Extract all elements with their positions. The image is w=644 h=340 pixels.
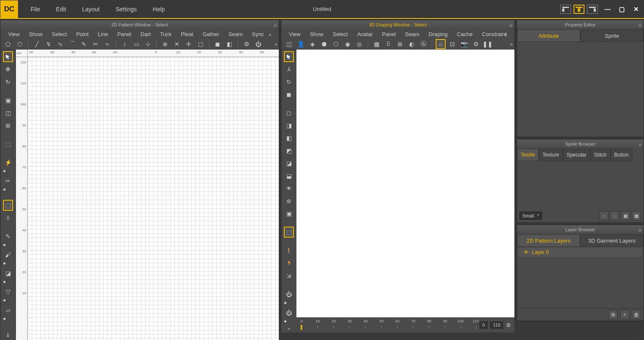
- tab-sprite[interactable]: Sprite: [580, 29, 644, 42]
- sub2d-tuck[interactable]: Tuck: [157, 29, 175, 39]
- v3d-cube-icon[interactable]: ◼: [284, 89, 294, 100]
- tool2d-snap-icon[interactable]: ⊹: [143, 39, 153, 49]
- sub3d-draping[interactable]: Draping: [425, 29, 451, 39]
- sub2d-select[interactable]: Select: [48, 29, 70, 39]
- tab-stitch[interactable]: Stitch: [590, 149, 610, 161]
- vtool-export-icon[interactable]: ⤓: [3, 329, 13, 340]
- sub2d-panel[interactable]: Panel: [114, 29, 135, 39]
- grid-area[interactable]: [28, 57, 279, 340]
- sprite-sort-desc-icon[interactable]: ↓: [610, 211, 619, 220]
- menu-settings[interactable]: Settings: [111, 3, 142, 15]
- resize-grip-icon[interactable]: ⋰: [639, 335, 643, 339]
- vtool-lasso-icon[interactable]: ◊: [3, 212, 13, 223]
- layout-left-button[interactable]: [560, 5, 571, 14]
- sub3d-show[interactable]: Show: [306, 29, 327, 39]
- sub2d-sync[interactable]: Sync: [249, 29, 267, 39]
- timeline[interactable]: 0 10 20 30 40 50 60 70 80 90 100 110 0: [296, 317, 514, 332]
- maximize-button[interactable]: ▢: [617, 5, 626, 14]
- vtool-transform-icon[interactable]: ⊞: [3, 120, 13, 131]
- vtool-eraser-icon[interactable]: ◪: [3, 268, 13, 279]
- sprite-size-select[interactable]: Small: [519, 212, 542, 220]
- v3d-orbit-icon[interactable]: ↻: [284, 76, 294, 87]
- tab-specular[interactable]: Specular: [563, 149, 590, 161]
- sub3d-expand-icon[interactable]: »: [501, 30, 510, 39]
- minimize-button[interactable]: —: [603, 5, 612, 14]
- sprite-grid2-icon[interactable]: ▩: [632, 211, 641, 220]
- tool3d-avatar2-icon[interactable]: ◈: [307, 39, 317, 49]
- tool2d-center-icon[interactable]: ✛: [184, 39, 194, 49]
- close-button[interactable]: ✕: [631, 5, 641, 14]
- sub2d-pleat[interactable]: Pleat: [177, 29, 197, 39]
- tool2d-fill-icon[interactable]: ◼: [213, 39, 223, 49]
- vtool-align-icon[interactable]: ⬚: [3, 139, 13, 149]
- canvas-2d[interactable]: cm 60 40 -40 -60 -60 0 10 20 30 40 50 12…: [16, 50, 279, 340]
- toolbar-3d-expand-icon[interactable]: »: [510, 42, 513, 47]
- tool3d-avatar6-icon[interactable]: ◎: [354, 39, 364, 49]
- v3d-person2-icon[interactable]: 🏃: [284, 258, 294, 269]
- sub2d-expand-icon[interactable]: »: [265, 30, 275, 39]
- tool2d-break-icon[interactable]: ✕: [172, 39, 182, 49]
- v3d-box6-icon[interactable]: ⬓: [284, 170, 294, 181]
- vtool-text-icon[interactable]: ▽: [3, 286, 13, 297]
- tab-attribute[interactable]: Attribute: [517, 29, 580, 42]
- viewport-3d[interactable]: [296, 50, 514, 317]
- menu-file[interactable]: File: [26, 3, 45, 15]
- v3d-box2-icon[interactable]: ◨: [284, 120, 294, 131]
- prop-close-icon[interactable]: ✕: [638, 21, 642, 30]
- tool2d-arc-icon[interactable]: ⌒: [67, 39, 77, 49]
- menu-help[interactable]: Help: [148, 3, 170, 15]
- tab-button[interactable]: Button: [610, 149, 633, 161]
- tool2d-polyline-icon[interactable]: ↯: [44, 39, 54, 49]
- tool2d-smooth-icon[interactable]: ≈: [102, 39, 112, 49]
- vtool-select-icon[interactable]: [3, 51, 13, 62]
- vtool-rotate-icon[interactable]: ↻: [3, 76, 13, 87]
- tool2d-grad-icon[interactable]: ◧: [224, 39, 234, 49]
- sub2d-gather[interactable]: Gather: [199, 29, 223, 39]
- sub3d-panel[interactable]: Panel: [379, 29, 399, 39]
- layer-row[interactable]: 👁 Layer 0: [519, 248, 642, 257]
- tool2d-curve-icon[interactable]: ∿: [55, 39, 65, 49]
- tab-2d-layers[interactable]: 2D Pattern Layers: [517, 234, 580, 247]
- tool2d-measure-icon[interactable]: ⟊: [119, 39, 130, 49]
- tool2d-rect-icon[interactable]: ▢: [195, 39, 205, 49]
- tool2d-gear-icon[interactable]: ⚙: [242, 39, 252, 49]
- layout-right-button[interactable]: [587, 5, 598, 14]
- vtool-special1-icon[interactable]: ⚡: [3, 157, 13, 168]
- layer-close-icon[interactable]: ✕: [638, 226, 642, 235]
- tab-textile[interactable]: Textile: [517, 149, 539, 161]
- v3d-person3-icon[interactable]: ⇲: [284, 270, 294, 281]
- tab-3d-layers[interactable]: 3D Garment Layers: [580, 234, 644, 247]
- sprite-grid1-icon[interactable]: ▦: [621, 211, 630, 220]
- v3d-axis-icon[interactable]: ⅄: [284, 64, 294, 75]
- vtool-special2-icon[interactable]: ✂: [3, 175, 13, 186]
- vtool-marquee-icon[interactable]: ⬚: [3, 200, 13, 211]
- tool3d-view1-icon[interactable]: ◫: [284, 39, 294, 49]
- layer-visibility-icon[interactable]: 👁: [524, 249, 529, 255]
- sub2d-view[interactable]: View: [5, 29, 23, 39]
- tool3d-avatar4-icon[interactable]: ⬡: [331, 39, 341, 49]
- layer-settings-icon[interactable]: ⚙: [608, 310, 618, 319]
- tool3d-snapshot-icon[interactable]: 📷: [459, 39, 469, 49]
- v3d-target-icon[interactable]: ⊚: [284, 196, 294, 207]
- sub3d-cache[interactable]: Cache: [454, 29, 476, 39]
- vtoolbar-3d-expand-icon[interactable]: »: [288, 326, 290, 331]
- timeline-start[interactable]: 0: [480, 322, 488, 329]
- vtool-bounds-icon[interactable]: ▣: [3, 95, 13, 106]
- vtool-brush-icon[interactable]: 🖌: [3, 249, 13, 260]
- v3d-power2-icon[interactable]: ⏻: [284, 307, 294, 318]
- tool3d-auto-icon[interactable]: Ⓐ: [418, 39, 428, 49]
- tool2d-edit-icon[interactable]: ✎: [79, 39, 89, 49]
- tool3d-settings-icon[interactable]: ⚙: [471, 39, 481, 49]
- v3d-person1-icon[interactable]: 🚶: [284, 245, 294, 256]
- sub3d-select[interactable]: Select: [329, 29, 351, 39]
- sprite-close-icon[interactable]: ✕: [638, 140, 642, 149]
- vtool-pen-icon[interactable]: ✎: [3, 231, 13, 242]
- panel-2d-close-icon[interactable]: ✕: [273, 21, 277, 30]
- sub2d-point[interactable]: Point: [73, 29, 92, 39]
- tool2d-cut-icon[interactable]: ✂: [91, 39, 101, 49]
- tool3d-frame-icon[interactable]: ⊡: [447, 39, 457, 49]
- vtool-move-icon[interactable]: ✥: [3, 64, 13, 75]
- sub2d-seam[interactable]: Seam: [225, 29, 246, 39]
- tool2d-book-icon[interactable]: ▭: [131, 39, 141, 49]
- timeline-end[interactable]: 110: [490, 322, 503, 329]
